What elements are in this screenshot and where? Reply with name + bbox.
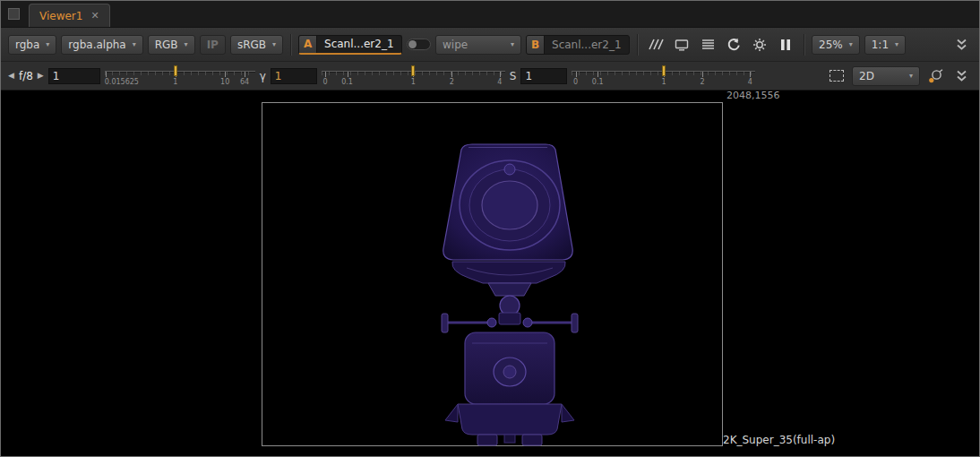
toolbar-separator (804, 34, 804, 56)
slider-major-tick (576, 72, 577, 77)
roi-marquee-icon[interactable] (826, 66, 847, 86)
pixel-aspect-label: 1:1 (872, 39, 889, 51)
alpha-channel-dropdown[interactable]: rgba.alpha ▾ (61, 35, 142, 55)
input-process-label: IP (207, 39, 219, 51)
view-mode-dropdown[interactable]: 2D ▾ (852, 66, 920, 86)
chevron-down-icon: ▾ (849, 41, 853, 48)
chevron-down-icon: ▾ (909, 73, 913, 80)
b-buffer-badge[interactable]: B (527, 36, 545, 54)
view-mode-label: 2D (859, 70, 874, 82)
slider-major-tick (245, 72, 245, 77)
display-mode-dropdown[interactable]: RGB ▾ (148, 35, 195, 55)
chevron-down-icon: ▾ (511, 41, 514, 48)
chevron-down-icon: ▾ (895, 41, 898, 48)
tick-label: 64 (240, 78, 249, 86)
tick-label: 2 (700, 78, 704, 86)
viewer-process-label: sRGB (237, 39, 266, 51)
wipe-mode-dropdown[interactable]: wipe ▾ (435, 35, 521, 55)
viewer-toolbar-bottom: ◀ f/8 ▶ 0.015625 1 10 64 γ (1, 62, 979, 91)
color-sampler-icon[interactable] (924, 66, 946, 86)
double-chevron-down-icon[interactable] (950, 66, 972, 86)
saturation-slider[interactable]: 0 0.1 1 2 4 (572, 64, 755, 89)
slider-major-tick (225, 72, 226, 77)
wipe-mode-label: wipe (443, 39, 468, 51)
tick-label: 1 (661, 78, 666, 86)
slider-major-tick (106, 72, 107, 77)
slider-major-tick (702, 72, 703, 77)
a-source-field[interactable]: Scanl...er2_1 (317, 36, 401, 53)
rendered-subject (431, 137, 589, 447)
a-input-group: A Scanl...er2_1 (298, 35, 402, 55)
saturation-input[interactable] (520, 68, 567, 84)
close-icon[interactable]: ✕ (90, 10, 99, 22)
gain-slider[interactable]: 0.015625 1 10 64 (105, 64, 255, 89)
channel-dropdown-label: rgba (15, 39, 39, 51)
monitor-out-icon[interactable] (671, 35, 692, 55)
prev-stop-arrow[interactable]: ◀ (8, 72, 14, 80)
tick-label: 0.1 (341, 78, 353, 86)
tick-label: 10 (220, 78, 229, 86)
viewer-process-dropdown[interactable]: sRGB ▾ (230, 35, 283, 55)
fstop-label: f/8 (19, 70, 33, 82)
b-input-group: B Scanl...er2_1 (526, 35, 630, 55)
pane-menu-icon[interactable] (8, 8, 20, 20)
resolution-label: 2048,1556 (726, 91, 780, 101)
b-source-field[interactable]: Scanl...er2_1 (545, 36, 629, 54)
slider-major-tick (597, 72, 598, 77)
tick-label: 4 (497, 78, 502, 86)
tick-label: 0 (573, 78, 578, 86)
toggle-knob (408, 40, 417, 48)
gamma-input[interactable] (271, 68, 317, 84)
slider-minor-ticks (105, 72, 255, 75)
saturation-slider-handle[interactable] (662, 65, 666, 76)
viewer-canvas[interactable]: 2048,1556 2K_Super_35(full-ap) (1, 91, 979, 456)
channel-dropdown[interactable]: rgba ▾ (8, 35, 56, 55)
tick-label: 1 (411, 78, 416, 86)
refresh-icon[interactable] (723, 35, 744, 55)
gamma-slider[interactable]: 0 0.1 1 2 4 (322, 64, 505, 89)
tab-viewer1[interactable]: Viewer1 ✕ (29, 4, 110, 27)
slider-major-tick (325, 72, 326, 77)
tab-title: Viewer1 (39, 10, 82, 22)
toolbar-separator (290, 34, 291, 56)
chevron-down-icon: ▾ (133, 41, 136, 48)
tick-label: 2 (450, 78, 454, 86)
alpha-channel-label: rgba.alpha (68, 39, 125, 51)
viewer-toolbar-top: rgba ▾ rgba.alpha ▾ RGB ▾ IP sRGB ▾ A Sc… (1, 28, 979, 62)
ab-swap-toggle[interactable] (407, 39, 431, 50)
gamma-label: γ (260, 70, 266, 82)
roi-marquee-box (830, 70, 844, 82)
gain-input[interactable] (48, 68, 100, 84)
tick-label: 4 (748, 78, 752, 86)
display-mode-label: RGB (155, 39, 178, 51)
tick-label: 0.1 (592, 78, 604, 86)
proxy-mode-icon[interactable] (645, 35, 666, 55)
gear-icon[interactable] (749, 35, 770, 55)
slider-major-tick (451, 72, 452, 77)
gain-slider-handle[interactable] (174, 65, 177, 76)
tick-label: 0 (322, 78, 327, 86)
toolbar-separator (637, 34, 638, 56)
tick-label: 1 (173, 78, 177, 86)
slider-major-tick (500, 72, 501, 77)
zoom-level-dropdown[interactable]: 25% ▾ (812, 35, 860, 55)
a-buffer-badge[interactable]: A (299, 36, 317, 53)
chevron-down-icon: ▾ (46, 41, 49, 48)
scanlines-icon[interactable] (697, 35, 718, 55)
pause-icon[interactable] (775, 35, 796, 55)
input-process-button[interactable]: IP (200, 35, 226, 55)
saturation-label: S (510, 70, 517, 82)
slider-major-tick (750, 72, 751, 77)
viewer-window: Viewer1 ✕ rgba ▾ rgba.alpha ▾ RGB ▾ IP s… (0, 0, 980, 457)
format-label: 2K_Super_35(full-ap) (723, 434, 835, 446)
double-chevron-down-icon[interactable] (950, 35, 972, 55)
zoom-level-label: 25% (819, 39, 843, 51)
pixel-aspect-dropdown[interactable]: 1:1 ▾ (864, 35, 906, 55)
next-stop-arrow[interactable]: ▶ (38, 72, 44, 80)
slider-major-tick (348, 72, 348, 77)
gamma-slider-handle[interactable] (411, 65, 415, 76)
chevron-down-icon: ▾ (185, 41, 188, 48)
chevron-down-icon: ▾ (272, 41, 276, 48)
tab-bar: Viewer1 ✕ (1, 1, 979, 28)
tick-label: 0.015625 (105, 78, 139, 86)
